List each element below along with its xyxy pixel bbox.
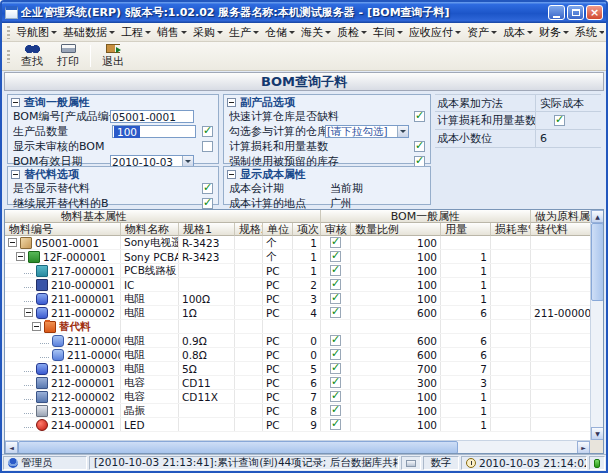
material-code-cell: 217-000001 [5, 264, 121, 277]
menu-item-2[interactable]: 基础数据 [60, 23, 118, 41]
unit-cell: PC [263, 390, 293, 403]
table-row[interactable]: 211-000008电阻0.8ΩPC06006 [5, 348, 590, 362]
column-header-9[interactable]: 用量 [441, 223, 491, 236]
ratio-cell: 100 [351, 418, 441, 431]
show-substitute-checkbox[interactable] [202, 183, 213, 194]
table-row[interactable]: 212-000001电容CD11PC63003 [5, 376, 590, 390]
audit-checkbox[interactable] [330, 377, 341, 388]
vertical-scrollbar[interactable] [590, 210, 603, 440]
column-header-5[interactable]: 单位 [263, 223, 293, 236]
collapse-icon[interactable] [16, 252, 25, 261]
audit-checkbox[interactable] [330, 265, 341, 276]
table-row[interactable]: 211-000002电阻1ΩPC46006211-000002 [5, 306, 590, 320]
bom-no-input[interactable]: 05001-0001 [110, 110, 194, 123]
quick-calc-label: 快速计算仓库是否缺料 [229, 109, 408, 124]
menu-item-4[interactable]: 销售 [154, 23, 190, 41]
audit-checkbox[interactable] [330, 405, 341, 416]
exit-button[interactable]: 退出 [96, 43, 130, 70]
table-row[interactable]: 213-000001晶振PC81001 [5, 404, 590, 418]
table-row[interactable]: 211-000001电阻100ΩPC31001 [5, 292, 590, 306]
audit-checkbox[interactable] [330, 251, 341, 262]
scroll-down-button[interactable] [591, 427, 604, 440]
quick-calc-checkbox[interactable] [414, 111, 425, 122]
column-header-2[interactable]: 物料名称 [121, 223, 179, 236]
column-header-8[interactable]: 数量比例 [351, 223, 441, 236]
table-row[interactable]: 212-000002电容CD11XPC71001 [5, 390, 590, 404]
warehouse-combo[interactable]: [请下拉勾选] [325, 125, 409, 138]
table-row[interactable]: 210-000001ICPC21001 [5, 278, 590, 292]
audit-checkbox[interactable] [330, 349, 341, 360]
menu-item-7[interactable]: 仓储 [262, 23, 298, 41]
audit-checkbox[interactable] [330, 363, 341, 374]
cost-period-label: 成本会计期 [229, 181, 330, 196]
maximize-button[interactable] [567, 5, 584, 20]
table-row[interactable]: 214-000001LEDPC91001 [5, 418, 590, 432]
qty-checkbox[interactable] [202, 126, 213, 137]
table-row[interactable]: 12F-000001Sony PCBAR-3423个11001 [5, 250, 590, 264]
audit-cell [321, 320, 351, 333]
show-substitute-row: 是否显示替代料 [8, 181, 218, 196]
cost-loss-base-checkbox[interactable] [554, 115, 565, 126]
app-window: 企业管理系统(ERP) §版本号:1.02.02 服务器名称:本机测试服务器 -… [0, 0, 608, 473]
column-header-6[interactable]: 项次 [293, 223, 321, 236]
table-row[interactable]: 211-000007电阻0.9ΩPC06006 [5, 334, 590, 348]
collapse-group-icon[interactable] [11, 98, 20, 107]
column-header-3[interactable]: 规格1 [179, 223, 235, 236]
status-connection-cell [589, 456, 605, 470]
column-header-10[interactable]: 损耗率% [491, 223, 531, 236]
collapse-icon[interactable] [8, 238, 17, 247]
collapse-group-icon[interactable] [11, 170, 20, 179]
table-row[interactable]: 替代料 [5, 320, 590, 334]
expand-substitute-checkbox[interactable] [202, 198, 213, 209]
audit-checkbox[interactable] [330, 307, 341, 318]
column-header-11[interactable]: 替代料 [531, 223, 590, 236]
close-button[interactable] [586, 5, 603, 20]
scroll-left-button[interactable] [5, 441, 18, 454]
audit-checkbox[interactable] [330, 279, 341, 290]
menu-item-5[interactable]: 采购 [190, 23, 226, 41]
chevron-down-icon[interactable] [397, 126, 408, 137]
audit-checkbox[interactable] [330, 335, 341, 346]
audit-checkbox[interactable] [330, 391, 341, 402]
collapse-group-icon[interactable] [227, 98, 236, 107]
menu-item-label: 系统 [575, 25, 597, 40]
menu-item-3[interactable]: 工程 [118, 23, 154, 41]
menu-item-13[interactable]: 成本 [500, 23, 536, 41]
minimize-button[interactable] [548, 5, 565, 20]
menu-item-15[interactable]: 系统 [572, 23, 604, 41]
menu-item-10[interactable]: 车间 [370, 23, 406, 41]
printer-icon [61, 44, 76, 53]
horizontal-scrollbar[interactable] [5, 440, 590, 453]
vertical-scroll-thumb[interactable] [591, 223, 604, 301]
scroll-right-button[interactable] [577, 441, 590, 454]
loss-base-checkbox[interactable] [414, 141, 425, 152]
audit-checkbox[interactable] [330, 237, 341, 248]
query-options-panel: 查询一般属性 BOM编号[产成品编号] 05001-0001 生产品数量 100… [2, 92, 606, 208]
audit-checkbox[interactable] [330, 293, 341, 304]
horizontal-scroll-thumb[interactable] [18, 441, 458, 454]
print-button[interactable]: 打印 [51, 43, 85, 70]
menu-item-1[interactable]: 导航图 [13, 23, 60, 41]
column-header-4[interactable]: 规格2 [235, 223, 263, 236]
table-row[interactable]: 217-000001PCB线路板PC11001 [5, 264, 590, 278]
column-header-1[interactable]: 物料编号 [5, 223, 121, 236]
spec2-cell [235, 418, 263, 431]
find-button[interactable]: 查找 [15, 43, 49, 70]
collapse-icon[interactable] [24, 308, 33, 317]
menu-item-11[interactable]: 应收应付 [406, 23, 464, 41]
menu-item-12[interactable]: 资产 [464, 23, 500, 41]
show-unaudited-checkbox[interactable] [202, 141, 213, 152]
usage-cell [441, 236, 491, 249]
collapse-icon[interactable] [32, 322, 41, 331]
column-header-7[interactable]: 审核 [321, 223, 351, 236]
menu-item-14[interactable]: 财务 [536, 23, 572, 41]
menu-item-6[interactable]: 生产 [226, 23, 262, 41]
table-row[interactable]: 05001-0001Sony电视遥控器R-3423个1100 [5, 236, 590, 250]
audit-checkbox[interactable] [330, 419, 341, 430]
menu-item-8[interactable]: 海关 [298, 23, 334, 41]
scroll-up-button[interactable] [591, 210, 604, 223]
qty-input[interactable]: 100 [112, 125, 196, 138]
collapse-group-icon[interactable] [227, 170, 236, 179]
menu-item-9[interactable]: 质检 [334, 23, 370, 41]
table-row[interactable]: 211-000003电阻5ΩPC57007 [5, 362, 590, 376]
